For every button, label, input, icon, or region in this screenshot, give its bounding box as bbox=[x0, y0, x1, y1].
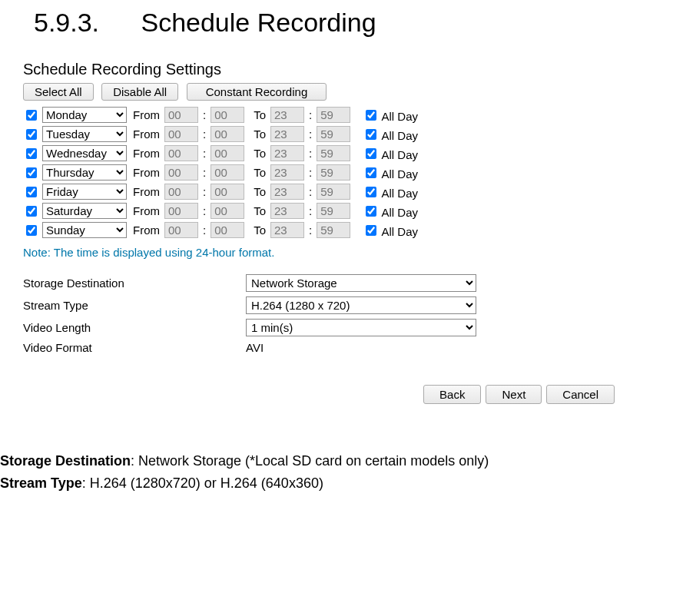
to-label: To bbox=[254, 224, 266, 237]
next-button[interactable]: Next bbox=[486, 385, 542, 404]
from-min-input[interactable] bbox=[211, 126, 244, 142]
day-row: FridayFrom:To: All Day bbox=[23, 184, 638, 200]
all-day-label: All Day bbox=[382, 167, 419, 180]
day-select[interactable]: Wednesday bbox=[42, 145, 127, 161]
from-label: From bbox=[133, 166, 160, 179]
desc-stream: Stream Type: H.264 (1280x720) or H.264 (… bbox=[0, 472, 673, 495]
day-row: SundayFrom:To: All Day bbox=[23, 222, 638, 238]
from-label: From bbox=[133, 204, 160, 217]
video-length-label: Video Length bbox=[23, 321, 246, 334]
colon: : bbox=[309, 185, 312, 198]
back-button[interactable]: Back bbox=[423, 385, 481, 404]
day-enable-checkbox[interactable] bbox=[26, 187, 37, 197]
to-hour-input[interactable] bbox=[270, 184, 304, 200]
from-min-input[interactable] bbox=[211, 203, 244, 219]
from-min-input[interactable] bbox=[211, 164, 244, 180]
day-select[interactable]: Tuesday bbox=[42, 126, 127, 142]
to-label: To bbox=[254, 147, 266, 160]
to-hour-input[interactable] bbox=[270, 145, 304, 161]
from-hour-input[interactable] bbox=[164, 203, 198, 219]
day-enable-checkbox[interactable] bbox=[26, 167, 37, 178]
cancel-button[interactable]: Cancel bbox=[546, 385, 615, 404]
from-hour-input[interactable] bbox=[164, 164, 198, 180]
all-day-checkbox[interactable] bbox=[366, 187, 376, 197]
colon: : bbox=[309, 128, 312, 141]
to-hour-input[interactable] bbox=[270, 222, 304, 238]
all-day-checkbox[interactable] bbox=[366, 225, 376, 236]
day-enable-checkbox[interactable] bbox=[26, 129, 37, 140]
day-row: SaturdayFrom:To: All Day bbox=[23, 203, 638, 219]
storage-destination-select[interactable]: Network Storage bbox=[246, 274, 476, 292]
colon: : bbox=[203, 224, 206, 237]
day-enable-checkbox[interactable] bbox=[26, 225, 37, 236]
stream-type-select[interactable]: H.264 (1280 x 720) bbox=[246, 296, 476, 314]
from-min-input[interactable] bbox=[211, 184, 244, 200]
video-format-value: AVI bbox=[246, 341, 264, 354]
from-label: From bbox=[133, 108, 160, 121]
to-label: To bbox=[254, 128, 266, 141]
storage-destination-label: Storage Destination bbox=[23, 277, 246, 290]
all-day-checkbox[interactable] bbox=[366, 206, 376, 217]
from-hour-input[interactable] bbox=[164, 107, 198, 123]
all-day-checkbox[interactable] bbox=[366, 110, 376, 121]
all-day-checkbox[interactable] bbox=[366, 129, 376, 140]
to-label: To bbox=[254, 204, 266, 217]
constant-recording-button[interactable]: Constant Recording bbox=[187, 83, 327, 101]
to-min-input[interactable] bbox=[317, 126, 350, 142]
disable-all-button[interactable]: Disable All bbox=[101, 83, 178, 101]
from-min-input[interactable] bbox=[211, 107, 244, 123]
select-all-button[interactable]: Select All bbox=[23, 83, 94, 101]
from-hour-input[interactable] bbox=[164, 222, 198, 238]
to-hour-input[interactable] bbox=[270, 126, 304, 142]
from-min-input[interactable] bbox=[211, 222, 244, 238]
day-select[interactable]: Friday bbox=[42, 184, 127, 200]
day-row: MondayFrom:To: All Day bbox=[23, 107, 638, 123]
to-min-input[interactable] bbox=[317, 107, 350, 123]
to-min-input[interactable] bbox=[317, 203, 350, 219]
colon: : bbox=[309, 108, 312, 121]
section-heading: 5.9.3. Schedule Recording bbox=[34, 8, 673, 38]
all-day-checkbox[interactable] bbox=[366, 148, 376, 159]
colon: : bbox=[203, 185, 206, 198]
from-hour-input[interactable] bbox=[164, 126, 198, 142]
to-min-input[interactable] bbox=[317, 222, 350, 238]
all-day-label: All Day bbox=[382, 187, 419, 200]
all-day-label: All Day bbox=[382, 129, 419, 142]
to-label: To bbox=[254, 185, 266, 198]
day-enable-checkbox[interactable] bbox=[26, 110, 37, 121]
day-row: ThursdayFrom:To: All Day bbox=[23, 164, 638, 180]
to-hour-input[interactable] bbox=[270, 107, 304, 123]
all-day-label: All Day bbox=[382, 148, 419, 161]
section-title-text: Schedule Recording bbox=[141, 8, 376, 37]
colon: : bbox=[203, 108, 206, 121]
to-hour-input[interactable] bbox=[270, 164, 304, 180]
day-select[interactable]: Sunday bbox=[42, 222, 127, 238]
colon: : bbox=[203, 147, 206, 160]
day-select[interactable]: Thursday bbox=[42, 164, 127, 180]
from-min-input[interactable] bbox=[211, 145, 244, 161]
to-min-input[interactable] bbox=[317, 184, 350, 200]
colon: : bbox=[309, 224, 312, 237]
to-label: To bbox=[254, 108, 266, 121]
from-hour-input[interactable] bbox=[164, 145, 198, 161]
day-select[interactable]: Saturday bbox=[42, 203, 127, 219]
day-enable-checkbox[interactable] bbox=[26, 206, 37, 217]
note-text: Note: The time is displayed using 24-hou… bbox=[23, 246, 638, 259]
video-length-select[interactable]: 1 min(s) bbox=[246, 319, 476, 336]
to-min-input[interactable] bbox=[317, 164, 350, 180]
from-hour-input[interactable] bbox=[164, 184, 198, 200]
all-day-label: All Day bbox=[382, 206, 419, 219]
all-day-label: All Day bbox=[382, 110, 419, 123]
all-day-checkbox[interactable] bbox=[366, 167, 376, 178]
day-select[interactable]: Monday bbox=[42, 107, 127, 123]
colon: : bbox=[309, 166, 312, 179]
colon: : bbox=[203, 166, 206, 179]
desc-storage: Storage Destination: Network Storage (*L… bbox=[0, 450, 673, 472]
colon: : bbox=[203, 128, 206, 141]
to-hour-input[interactable] bbox=[270, 203, 304, 219]
to-label: To bbox=[254, 166, 266, 179]
to-min-input[interactable] bbox=[317, 145, 350, 161]
day-enable-checkbox[interactable] bbox=[26, 148, 37, 159]
colon: : bbox=[309, 204, 312, 217]
settings-title: Schedule Recording Settings bbox=[23, 61, 638, 78]
